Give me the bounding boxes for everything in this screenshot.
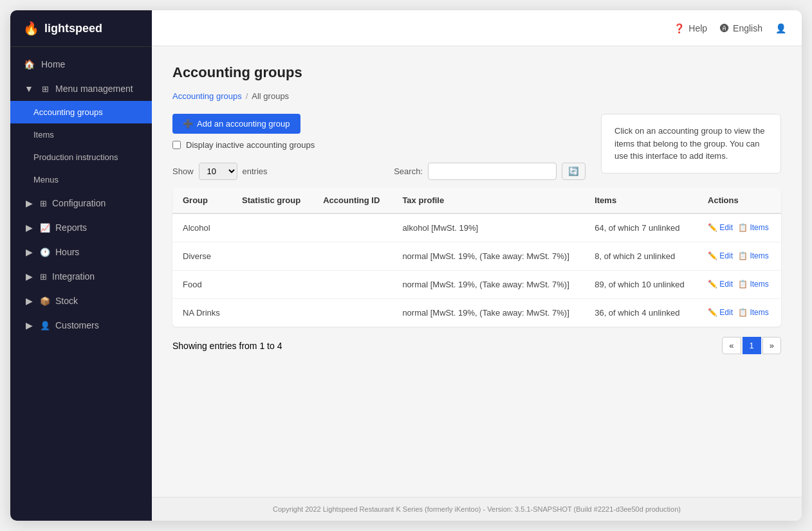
page-title: Accounting groups [172,64,781,81]
inactive-checkbox[interactable] [172,141,181,149]
add-button-label: Add an accounting group [197,119,290,129]
col-group: Group [172,188,232,213]
inactive-label: Display inactive accounting groups [186,140,315,150]
stock-icon: 📦 [40,296,50,306]
cell-actions: ✏️ Edit 📋 Items [697,213,781,242]
cell-tax-profile: normal [MwSt. 19%, (Take away: MwSt. 7%)… [392,271,584,299]
table-row: Food normal [MwSt. 19%, (Take away: MwSt… [172,271,781,299]
edit-link-0[interactable]: ✏️ Edit [708,223,733,232]
sidebar-item-accounting-groups[interactable]: Accounting groups [10,101,152,123]
items-link-1[interactable]: 📋 Items [738,251,769,260]
cell-actions: ✏️ Edit 📋 Items [697,242,781,271]
sidebar-item-menus[interactable]: Menus [10,168,152,191]
breadcrumb: Accounting groups / All groups [172,91,781,101]
edit-link-1[interactable]: ✏️ Edit [708,251,733,260]
next-page-button[interactable]: » [762,337,781,354]
cell-tax-profile: alkohol [MwSt. 19%] [392,213,584,242]
sidebar-item-home[interactable]: 🏠 Home [10,52,152,76]
help-label: Help [688,23,707,33]
edit-link-2[interactable]: ✏️ Edit [708,280,733,289]
page-1-button[interactable]: 1 [743,337,761,354]
search-input[interactable] [428,163,557,180]
sidebar-menu-management-label: Menu management [55,84,133,94]
entries-select[interactable]: 10 25 50 100 [199,163,237,180]
cell-items: 89, of which 10 unlinked [584,271,697,299]
cell-tax-profile: normal [MwSt. 19%, (Take away: MwSt. 7%)… [392,242,584,271]
sidebar-items-label: Items [33,130,54,140]
sidebar-stock-label: Stock [55,296,78,306]
show-entries: Show 10 25 50 100 entries [172,163,268,180]
sidebar-integration-label: Integration [52,271,95,282]
col-accounting-id: Accounting ID [313,188,392,213]
info-box: Click on an accounting group to view the… [601,114,781,174]
language-selector[interactable]: 🅐 English [720,23,762,33]
sidebar: 🔥 lightspeed 🏠 Home ▼ ⊞ Menu management … [10,10,152,521]
cell-statistic-group [232,242,313,271]
sidebar-item-menu-management[interactable]: ▼ ⊞ Menu management [10,76,152,101]
info-box-text: Click on an accounting group to view the… [614,126,764,161]
table-row: NA Drinks normal [MwSt. 19%, (Take away:… [172,299,781,327]
logo-icon: 🔥 [23,21,39,36]
footer-text: Copyright 2022 Lightspeed Restaurant K S… [273,505,681,513]
table-row: Diverse normal [MwSt. 19%, (Take away: M… [172,242,781,271]
language-label: English [733,23,762,33]
prev-page-button[interactable]: « [722,337,741,354]
sidebar-item-stock[interactable]: ▶ 📦 Stock [10,289,152,313]
entries-label: entries [243,166,268,176]
chevron-right-icon6: ▶ [23,320,35,331]
pagination-controls: « 1 » [722,337,781,354]
grid-icon: ⊞ [40,84,50,94]
chevron-right-icon: ▶ [23,197,35,209]
col-tax-profile: Tax profile [392,188,584,213]
home-icon: 🏠 [23,59,35,70]
show-label: Show [172,166,194,176]
sidebar-item-configuration[interactable]: ▶ ⊞ Configuration [10,191,152,215]
logo-text: lightspeed [44,22,102,35]
main-content: ❓ Help 🅐 English 👤 Accounting groups Acc… [152,10,802,521]
breadcrumb-link[interactable]: Accounting groups [172,91,242,101]
user-menu[interactable]: 👤 [775,23,786,33]
plus-icon: ➕ [183,119,193,129]
chevron-right-icon5: ▶ [23,295,35,307]
cell-accounting-id [313,271,392,299]
inactive-checkbox-row: Display inactive accounting groups [172,140,586,150]
sidebar-item-hours[interactable]: ▶ 🕐 Hours [10,240,152,264]
sidebar-accounting-groups-label: Accounting groups [33,107,103,117]
cell-accounting-id [313,213,392,242]
table-controls: Show 10 25 50 100 entries Search: [172,163,586,180]
sidebar-item-items[interactable]: Items [10,123,152,146]
topbar: ❓ Help 🅐 English 👤 [152,10,802,46]
config-icon: ⊞ [40,199,47,208]
main-area: Click on an accounting group to view the… [172,114,781,354]
cell-actions: ✏️ Edit 📋 Items [697,271,781,299]
accounting-groups-table: Group Statistic group Accounting ID Tax … [172,188,781,327]
sidebar-item-reports[interactable]: ▶ 📈 Reports [10,215,152,240]
cell-items: 8, of which 2 unlinked [584,242,697,271]
sidebar-production-label: Production instructions [33,152,118,162]
cell-statistic-group [232,271,313,299]
customers-icon: 👤 [40,321,50,330]
edit-link-3[interactable]: ✏️ Edit [708,308,733,317]
cell-group: NA Drinks [172,299,232,327]
sidebar-configuration-label: Configuration [52,198,106,208]
cell-statistic-group [232,213,313,242]
sidebar-hours-label: Hours [55,247,79,257]
help-button[interactable]: ❓ Help [674,23,707,33]
toolbar: ➕ Add an accounting group [172,114,586,134]
pagination: Showing entries from 1 to 4 « 1 » [172,337,781,354]
hours-icon: 🕐 [40,248,50,257]
sidebar-item-production-instructions[interactable]: Production instructions [10,146,152,168]
cell-accounting-id [313,299,392,327]
chevron-right-icon4: ▶ [23,271,35,282]
items-link-2[interactable]: 📋 Items [738,280,769,289]
refresh-button[interactable]: 🔄 [562,163,586,180]
items-link-0[interactable]: 📋 Items [738,223,769,232]
sidebar-menus-label: Menus [33,175,59,184]
menu-icon: ▼ [23,83,35,94]
chevron-right-icon2: ▶ [23,222,35,233]
search-label: Search: [394,166,423,176]
sidebar-item-customers[interactable]: ▶ 👤 Customers [10,313,152,338]
items-link-3[interactable]: 📋 Items [738,308,769,317]
add-accounting-group-button[interactable]: ➕ Add an accounting group [172,114,300,134]
sidebar-item-integration[interactable]: ▶ ⊞ Integration [10,264,152,289]
